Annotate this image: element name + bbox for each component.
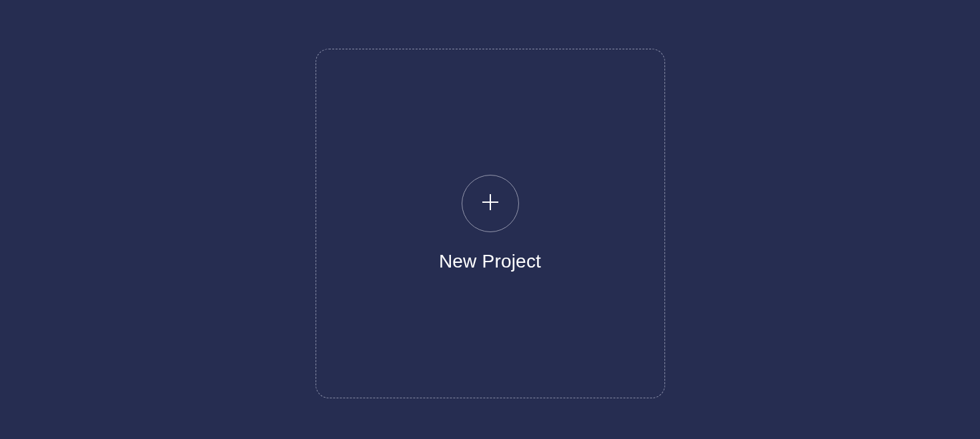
new-project-card[interactable]: New Project	[316, 49, 665, 398]
new-project-label: New Project	[439, 251, 541, 272]
plus-circle	[462, 175, 519, 232]
plus-icon	[482, 193, 499, 213]
